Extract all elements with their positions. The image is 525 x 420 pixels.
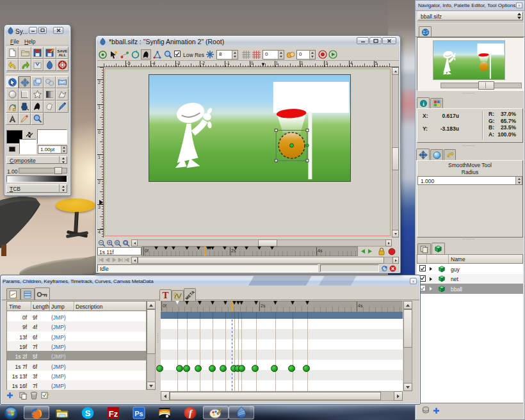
svg-text:Fz: Fz (109, 409, 118, 419)
svg-text:S: S (85, 408, 91, 418)
svg-text:i: i (423, 101, 424, 107)
svg-text:Ps: Ps (134, 410, 143, 417)
